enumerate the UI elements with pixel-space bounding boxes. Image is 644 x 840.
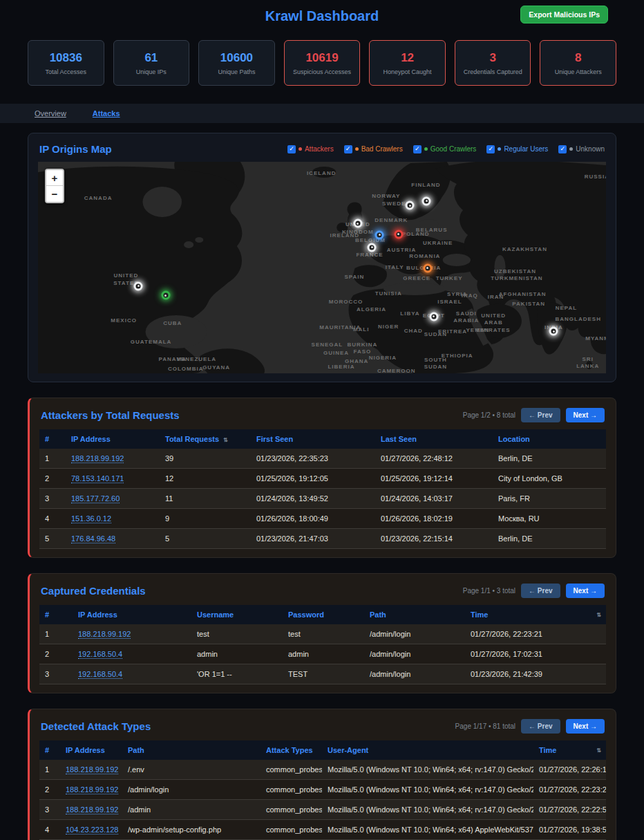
map-marker[interactable] — [429, 312, 438, 321]
time-cell: 01/23/2026, 21:42:39 — [465, 664, 606, 684]
column-header[interactable]: # — [39, 605, 73, 624]
ip-link[interactable]: 151.36.0.12 — [71, 514, 111, 523]
legend-label: Bad Crawlers — [361, 145, 403, 153]
prev-page-button[interactable]: ← Prev — [521, 719, 560, 734]
column-header[interactable]: Username — [191, 605, 283, 624]
tab[interactable]: Attacks — [93, 109, 120, 118]
map-marker[interactable] — [161, 291, 170, 300]
ip-link[interactable]: 188.218.99.192 — [78, 630, 131, 639]
next-page-button[interactable]: Next → — [566, 408, 605, 422]
column-header[interactable]: IP Address — [66, 429, 160, 449]
legend-item[interactable]: ✓ Regular Users — [486, 145, 548, 153]
legend-item[interactable]: ✓ Unknown — [558, 145, 605, 153]
column-header[interactable]: IP Address — [60, 740, 122, 760]
check-icon: ✓ — [415, 146, 420, 152]
column-header[interactable]: Time⇅ — [533, 740, 606, 760]
location-cell: Berlin, DE — [493, 529, 606, 549]
ip-link[interactable]: 104.23.223.128 — [66, 825, 118, 834]
attack-type-cell: common_probes — [261, 780, 322, 800]
last-seen-cell: 01/26/2026, 18:02:19 — [375, 509, 493, 529]
legend-item[interactable]: ✓ Bad Crawlers — [344, 145, 403, 153]
map-marker[interactable] — [368, 243, 377, 252]
checkbox-checked-icon[interactable]: ✓ — [413, 145, 422, 153]
last-seen-cell: 01/23/2026, 22:15:14 — [375, 529, 493, 549]
first-seen-cell: 01/23/2026, 21:47:03 — [251, 529, 375, 549]
username-cell: admin — [191, 644, 283, 664]
ip-link[interactable]: 188.218.99.192 — [66, 805, 118, 814]
checkbox-checked-icon[interactable]: ✓ — [344, 145, 352, 153]
attack-types-table: # IP Address Path Attack Types User-Agen… — [39, 740, 606, 840]
column-header[interactable]: Path — [364, 605, 465, 624]
column-header[interactable]: Last Seen — [375, 429, 493, 449]
attackers-pagination: Page 1/2 • 8 total ← Prev Next → — [463, 408, 605, 422]
stat-card: 3 Credentials Captured — [455, 40, 531, 86]
row-number: 2 — [39, 780, 60, 800]
sort-icon[interactable]: ⇅ — [596, 612, 601, 618]
legend-label: Unknown — [576, 145, 605, 153]
legend-item[interactable]: ✓ Good Crawlers — [413, 145, 477, 153]
column-header[interactable]: IP Address — [73, 605, 191, 624]
export-malicious-ips-button[interactable]: Export Malicious IPs — [520, 6, 608, 24]
row-number: 1 — [39, 760, 60, 780]
map-marker[interactable] — [549, 327, 558, 336]
sort-icon[interactable]: ⇅ — [596, 747, 601, 754]
map-marker[interactable] — [422, 196, 431, 205]
column-header[interactable]: Attack Types — [261, 740, 322, 760]
table-row: 2 188.218.99.192 /admin/login common_pro… — [39, 780, 606, 800]
credentials-header-row: # IP Address Username Password Path Time… — [39, 605, 606, 624]
stat-value: 8 — [575, 51, 581, 65]
stat-value: 12 — [401, 51, 414, 65]
zoom-out-button[interactable]: − — [46, 186, 63, 202]
table-row: 3 192.168.50.4 'OR 1=1 -- TEST /admin/lo… — [39, 664, 606, 684]
map-marker[interactable] — [406, 201, 415, 210]
column-header[interactable]: Total Requests⇅ — [160, 429, 251, 449]
ip-link[interactable]: 176.84.96.48 — [71, 534, 115, 543]
column-header[interactable]: # — [39, 740, 60, 760]
map-marker[interactable] — [134, 281, 143, 290]
ip-link[interactable]: 188.218.99.192 — [71, 454, 124, 463]
path-cell: /admin/login — [122, 780, 261, 800]
attack-types-panel-header: Detected Attack Types Page 1/17 • 81 tot… — [41, 719, 605, 734]
map-marker[interactable] — [423, 263, 432, 272]
zoom-in-button[interactable]: + — [46, 170, 63, 186]
stat-label: Suspicious Accesses — [293, 68, 351, 75]
ip-link[interactable]: 78.153.140.171 — [71, 474, 124, 483]
checkbox-checked-icon[interactable]: ✓ — [287, 145, 296, 153]
sort-icon[interactable]: ⇅ — [223, 437, 228, 443]
stat-label: Total Accesses — [46, 68, 87, 75]
table-row: 2 78.153.140.171 12 01/25/2026, 19:12:05… — [39, 469, 606, 489]
ip-link[interactable]: 188.218.99.192 — [66, 785, 118, 794]
column-header[interactable]: Password — [283, 605, 364, 624]
column-header[interactable]: Location — [493, 429, 606, 449]
ip-link[interactable]: 188.218.99.192 — [66, 765, 118, 774]
first-seen-cell: 01/24/2026, 13:49:52 — [251, 489, 375, 509]
column-header[interactable]: # — [39, 429, 66, 449]
world-map[interactable]: CANADA ICELAND UNITED STATES MEXICO CUBA… — [38, 162, 606, 373]
ip-link[interactable]: 192.168.50.4 — [78, 670, 122, 679]
table-row: 3 185.177.72.60 11 01/24/2026, 13:49:52 … — [39, 489, 606, 509]
column-header[interactable]: First Seen — [251, 429, 375, 449]
location-cell: City of London, GB — [493, 469, 606, 489]
next-page-button[interactable]: Next → — [566, 584, 605, 598]
last-seen-cell: 01/27/2026, 22:48:12 — [375, 449, 493, 469]
map-marker[interactable] — [375, 230, 384, 239]
column-header[interactable]: Path — [122, 740, 261, 760]
legend-item[interactable]: ✓ Attackers — [287, 145, 334, 153]
next-page-button[interactable]: Next → — [566, 719, 605, 734]
column-header[interactable]: Time⇅ — [465, 605, 606, 624]
attack-types-panel: Detected Attack Types Page 1/17 • 81 tot… — [28, 709, 616, 840]
prev-page-button[interactable]: ← Prev — [521, 408, 560, 422]
checkbox-checked-icon[interactable]: ✓ — [486, 145, 495, 153]
tab[interactable]: Overview — [35, 109, 66, 118]
legend-dot-icon — [498, 147, 501, 151]
last-seen-cell: 01/25/2026, 19:12:14 — [375, 469, 493, 489]
ip-link[interactable]: 192.168.50.4 — [78, 650, 122, 659]
credentials-panel-header: Captured Credentials Page 1/1 • 3 total … — [41, 584, 605, 598]
checkbox-checked-icon[interactable]: ✓ — [558, 145, 567, 153]
user-agent-cell: Mozilla/5.0 (Windows NT 10.0; Win64; x64… — [322, 800, 533, 820]
column-header[interactable]: User-Agent — [322, 740, 533, 760]
prev-page-button[interactable]: ← Prev — [521, 584, 560, 598]
map-marker[interactable] — [353, 219, 362, 228]
map-marker[interactable] — [394, 230, 403, 239]
ip-link[interactable]: 185.177.72.60 — [71, 494, 120, 503]
